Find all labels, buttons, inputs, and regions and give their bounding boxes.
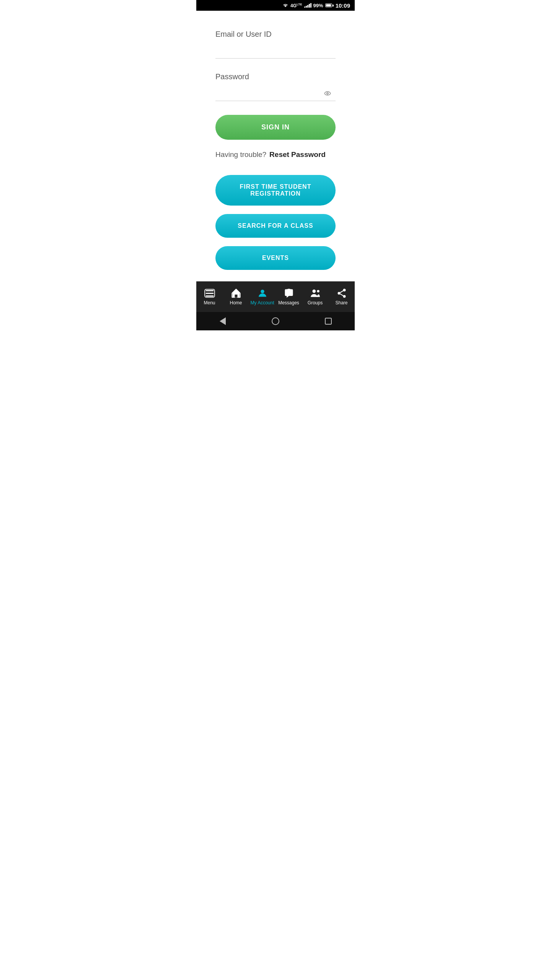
svg-point-10: [343, 289, 346, 291]
nav-item-share[interactable]: Share: [328, 281, 355, 312]
password-label: Password: [215, 72, 336, 81]
home-button[interactable]: [268, 315, 283, 327]
nav-item-my-account[interactable]: My Account: [249, 281, 276, 312]
email-form-group: Email or User ID: [215, 30, 336, 59]
password-input-wrapper: [215, 88, 336, 101]
wifi-icon: [282, 3, 289, 8]
nav-item-groups[interactable]: Groups: [302, 281, 328, 312]
nav-label-my-account: My Account: [250, 300, 274, 305]
search-for-class-button[interactable]: SEARCH FOR A CLASS: [215, 214, 336, 238]
svg-point-12: [343, 295, 346, 298]
svg-point-9: [317, 290, 319, 292]
svg-rect-6: [235, 295, 237, 297]
status-bar: 4GLTE 99% 10:09: [196, 0, 355, 11]
signal-bars-icon: [304, 3, 311, 8]
nav-label-menu: Menu: [204, 300, 215, 305]
my-account-icon: [257, 288, 268, 299]
share-icon: [336, 288, 347, 299]
home-icon: [231, 288, 241, 299]
nav-label-messages: Messages: [278, 300, 299, 305]
svg-line-14: [340, 294, 343, 296]
back-button[interactable]: [215, 315, 230, 327]
trouble-text: Having trouble?: [215, 150, 266, 159]
signin-button[interactable]: SIGN IN: [215, 115, 336, 140]
svg-rect-2: [205, 290, 214, 291]
svg-line-13: [340, 291, 343, 292]
svg-point-8: [312, 289, 316, 293]
nav-item-menu[interactable]: Menu: [196, 281, 223, 312]
nav-label-home: Home: [230, 300, 242, 305]
svg-rect-4: [205, 296, 214, 297]
svg-point-0: [325, 91, 331, 95]
email-input-wrapper: [215, 46, 336, 59]
events-button[interactable]: EVENTS: [215, 246, 336, 270]
email-input[interactable]: [215, 46, 336, 58]
toggle-password-icon[interactable]: [323, 90, 333, 99]
email-label: Email or User ID: [215, 30, 336, 39]
nav-label-groups: Groups: [308, 300, 323, 305]
menu-icon: [204, 288, 215, 299]
groups-icon: [310, 288, 321, 299]
battery-percentage: 99%: [313, 3, 323, 8]
messages-icon: [284, 288, 294, 299]
network-type: 4GLTE: [290, 3, 302, 8]
clock: 10:09: [336, 2, 350, 9]
nav-item-home[interactable]: Home: [223, 281, 249, 312]
nav-label-share: Share: [335, 300, 347, 305]
main-content: Email or User ID Password SIGN IN Having…: [196, 11, 355, 281]
svg-point-11: [337, 292, 340, 295]
action-buttons: FIRST TIME STUDENT REGISTRATION SEARCH F…: [215, 175, 336, 270]
recents-button[interactable]: [321, 315, 336, 327]
svg-point-7: [261, 290, 264, 293]
eye-icon: [323, 90, 333, 97]
reset-password-link[interactable]: Reset Password: [269, 150, 326, 159]
svg-point-1: [327, 93, 328, 94]
system-nav: [196, 312, 355, 330]
bottom-nav: Menu Home My Account Messages: [196, 281, 355, 312]
trouble-row: Having trouble? Reset Password: [215, 150, 336, 159]
password-input[interactable]: [215, 88, 336, 101]
battery-icon: [325, 3, 334, 7]
password-form-group: Password: [215, 72, 336, 101]
nav-item-messages[interactable]: Messages: [276, 281, 302, 312]
svg-rect-3: [205, 293, 214, 294]
first-time-registration-button[interactable]: FIRST TIME STUDENT REGISTRATION: [215, 175, 336, 206]
